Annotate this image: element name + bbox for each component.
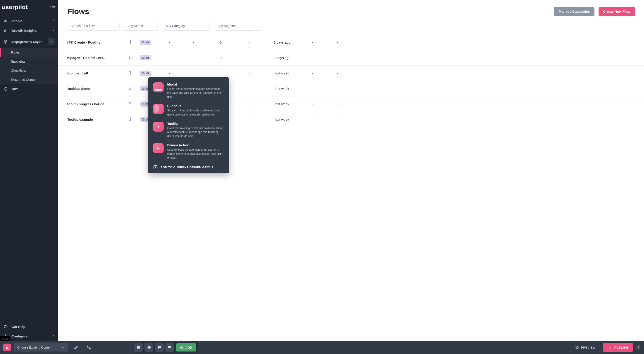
cell: -: [301, 118, 324, 121]
row-settings-icon[interactable]: [128, 117, 138, 122]
category-filter[interactable]: Any Category: [162, 21, 210, 31]
date-cell: 2 days ago: [265, 56, 299, 60]
sidebar-item-label: Resource Center: [11, 78, 36, 81]
popover-title: Slideout: [167, 104, 224, 108]
cell: -: [301, 56, 324, 60]
publish-button[interactable]: PUBLISH: [603, 343, 633, 352]
page-title: Flows: [67, 7, 554, 16]
sidebar-item-flows[interactable]: Flows: [0, 48, 58, 57]
add-step-button[interactable]: ADD: [176, 343, 196, 352]
cell: -: [181, 56, 206, 60]
cell: 0: [208, 56, 233, 60]
row-settings-icon[interactable]: [128, 40, 138, 45]
segment-filter[interactable]: Any Segment: [214, 21, 261, 31]
table-row[interactable]: hipages - Behind Ever…Draft--0-2 days ag…: [58, 50, 644, 66]
sidebar-item-label: Configure: [11, 334, 28, 338]
svg-point-8: [130, 88, 131, 89]
add-to-current-group-button[interactable]: ADD TO CURRENT DRIVEN GROUP: [153, 163, 224, 170]
sidebar-item-label: People: [11, 19, 22, 23]
svg-point-18: [576, 347, 578, 348]
flow-name: Tooltip example: [67, 118, 126, 121]
layers-icon: [3, 39, 8, 44]
create-new-flow-button[interactable]: Create New Flow: [598, 7, 635, 16]
status-badge: Draft: [140, 40, 151, 45]
cell: 0: [208, 40, 233, 44]
translate-icon[interactable]: [84, 343, 94, 353]
table-row[interactable]: (49) Create - PostfityDraft--0-2 days ag…: [58, 35, 644, 50]
cell: -: [236, 87, 263, 91]
sidebar-item-label: Spotlights: [11, 60, 26, 63]
popover-option-slideout[interactable]: SlideoutSmaller, mid-sized Modals used t…: [153, 104, 224, 117]
svg-point-10: [130, 119, 131, 120]
date-cell: 2 days ago: [265, 40, 299, 44]
cell: -: [301, 87, 324, 91]
flows-table: (49) Create - PostfityDraft--0-2 days ag…: [58, 35, 644, 341]
svg-rect-15: [158, 346, 161, 348]
step-type-driven[interactable]: [166, 343, 174, 352]
table-row[interactable]: tooltip progress bar de…Draft--last week…: [58, 96, 644, 112]
cell: -: [326, 118, 349, 121]
cell: -: [326, 40, 349, 44]
userpilot-badge[interactable]: u: [3, 344, 11, 351]
date-cell: last week: [265, 71, 299, 75]
search-input[interactable]: [67, 21, 120, 31]
sidebar-item-growth-insights[interactable]: Growth Insights: [0, 26, 58, 35]
cell: -: [236, 102, 263, 106]
cell: -: [236, 40, 263, 44]
sidebar-item-checklists[interactable]: Checklists: [0, 66, 58, 75]
cell: -: [236, 71, 263, 75]
sidebar-item-label: Get Help: [11, 325, 26, 329]
step-type-tooltip[interactable]: [155, 343, 164, 352]
choose-existing-content-select[interactable]: Choose Existing Content: [14, 343, 68, 352]
table-row[interactable]: Tooltips demoDraft--last week--: [58, 81, 644, 96]
flow-name: tooltips draft: [67, 71, 126, 75]
sidebar: uuserpilotserpilot People Growth Insight…: [0, 0, 58, 341]
cell: -: [301, 40, 324, 44]
cell: -: [326, 71, 349, 75]
popover-desc: Global announcements that are centered o…: [167, 87, 224, 99]
sidebar-item-label: Engagement Layer: [11, 40, 42, 44]
preview-button[interactable]: PREVIEW: [570, 343, 600, 352]
manage-categories-button[interactable]: Manage Categories: [554, 7, 594, 16]
row-settings-icon[interactable]: [128, 71, 138, 76]
sidebar-item-label: Flows: [11, 51, 20, 54]
sidebar-item-label: Checklists: [11, 69, 26, 72]
step-type-group: ADD: [133, 342, 198, 353]
collapse-sidebar-button[interactable]: [49, 6, 56, 9]
step-type-modal[interactable]: [134, 343, 143, 352]
table-row[interactable]: Tooltip exampleDraft--last week--: [58, 112, 644, 127]
popover-desc: Used to focus the attention of the user …: [167, 148, 224, 160]
svg-point-5: [130, 41, 131, 43]
svg-rect-13: [137, 348, 139, 348]
popover-title: Tooltip: [167, 122, 224, 126]
sidebar-item-engagement-layer[interactable]: Engagement Layer: [0, 35, 58, 48]
modal-icon: [153, 82, 164, 92]
popover-option-driven-action[interactable]: Driven ActionUsed to focus the attention…: [153, 143, 224, 160]
edit-icon[interactable]: [71, 343, 81, 353]
cell: -: [326, 56, 349, 60]
cell: -: [301, 71, 324, 75]
step-type-slideout[interactable]: [144, 343, 153, 352]
sidebar-item-label: Growth Insights: [11, 29, 37, 32]
sidebar-item-resource-center[interactable]: Resource Center: [0, 75, 58, 84]
row-settings-icon[interactable]: [128, 102, 138, 106]
popover-option-modal[interactable]: ModalGlobal announcements that are cente…: [153, 82, 224, 99]
row-settings-icon[interactable]: [128, 55, 138, 60]
hide-tag[interactable]: HIDE: [0, 336, 10, 341]
content-type-popover: ModalGlobal announcements that are cente…: [148, 77, 229, 173]
flow-name: tooltip progress bar de…: [67, 102, 126, 106]
settings-icon[interactable]: [636, 345, 641, 350]
sidebar-item-people[interactable]: People: [0, 16, 58, 26]
table-row[interactable]: tooltips draftDraft--last week--: [58, 66, 644, 81]
popover-option-tooltip[interactable]: i TooltipGreat for providing contextual …: [153, 122, 224, 138]
row-settings-icon[interactable]: [128, 86, 138, 91]
status-filter[interactable]: Any Status: [124, 21, 158, 31]
sidebar-item-spotlights[interactable]: Spotlights: [0, 57, 58, 66]
flow-name: Tooltips demo: [67, 87, 126, 91]
sidebar-item-get-help[interactable]: Get Help: [0, 322, 58, 331]
svg-point-1: [6, 20, 7, 21]
driven-action-icon: [153, 143, 164, 153]
help-icon: [3, 325, 8, 329]
sidebar-item-nps[interactable]: NPS: [0, 84, 58, 94]
cell: -: [181, 40, 206, 44]
